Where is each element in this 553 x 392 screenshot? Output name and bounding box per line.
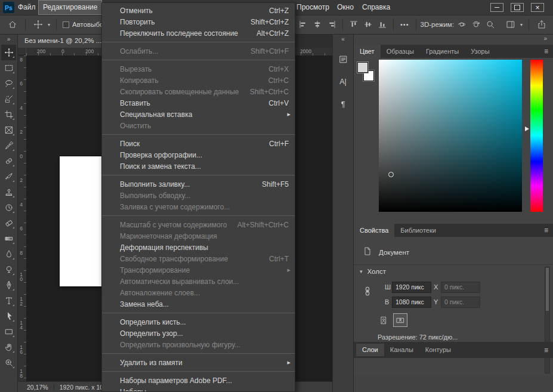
object-selection-tool[interactable]	[1, 91, 16, 107]
menu-item[interactable]: КопироватьCtrl+C	[102, 75, 295, 86]
align-top-icon[interactable]	[347, 18, 360, 31]
more-options-icon[interactable]: •••	[398, 21, 412, 28]
menubar-item-file[interactable]: Файл	[13, 0, 41, 15]
menu-item[interactable]: ПоискCtrl+F	[102, 138, 295, 149]
align-left-icon[interactable]	[296, 18, 310, 31]
document-tab[interactable]: Без имени-1 @ 20,2% ...	[17, 34, 109, 48]
align-bottom-icon[interactable]	[376, 18, 389, 31]
landscape-orientation-button[interactable]	[393, 313, 407, 327]
lasso-tool[interactable]	[1, 76, 16, 91]
menu-item[interactable]: Очистить	[102, 120, 295, 131]
character-panel-icon[interactable]: А|	[335, 73, 351, 90]
tab-контуры[interactable]: Контуры	[419, 344, 457, 356]
clone-stamp-tool[interactable]	[1, 184, 16, 200]
eraser-tool[interactable]	[1, 215, 16, 231]
menu-item[interactable]: Определить произвольную фигуру...	[102, 339, 295, 350]
gradient-tool[interactable]	[1, 231, 16, 246]
link-dimensions-icon[interactable]	[362, 282, 373, 301]
menu-item[interactable]: Автоналожение слоев...	[102, 287, 295, 298]
maximize-button[interactable]	[511, 3, 524, 12]
canvas-height-field[interactable]: 1080 пикс	[392, 297, 431, 308]
tab-свойства[interactable]: Свойства	[354, 224, 394, 237]
crop-tool[interactable]	[1, 107, 16, 122]
tool-preset-chevron-icon[interactable]: ▾	[48, 22, 50, 27]
zoom-tool[interactable]	[1, 355, 16, 371]
shape-tool[interactable]	[1, 324, 16, 339]
3d-orbit-icon[interactable]	[455, 18, 468, 31]
scrollbar-thumb[interactable]	[546, 268, 549, 311]
tab-библиотеки[interactable]: Библиотеки	[394, 224, 442, 237]
workspace-icon[interactable]	[504, 18, 517, 31]
type-tool[interactable]	[1, 293, 16, 308]
menu-item[interactable]: Заливка с учетом содержимого...	[102, 201, 295, 212]
collapse-panels-icon[interactable]: »	[543, 35, 547, 42]
hue-slider[interactable]	[530, 60, 543, 212]
align-center-h-icon[interactable]	[311, 18, 324, 31]
path-select-tool[interactable]	[1, 308, 16, 324]
align-middle-icon[interactable]	[362, 18, 375, 31]
home-icon[interactable]	[6, 18, 19, 31]
hue-slider-marker[interactable]	[525, 126, 529, 131]
menu-item[interactable]: Скопировать совмещенные данныеShift+Ctrl…	[102, 86, 295, 97]
menu-item[interactable]: Марионеточная деформация	[102, 230, 295, 242]
hand-tool[interactable]	[1, 339, 16, 355]
menu-item[interactable]: Специальная вставка▶	[102, 109, 295, 120]
menu-item[interactable]: Ослабить...Shift+Ctrl+F	[102, 45, 295, 57]
tab-образцы[interactable]: Образцы	[381, 45, 420, 58]
tab-каналы[interactable]: Каналы	[384, 344, 419, 356]
current-tool-icon[interactable]	[32, 18, 45, 31]
canvas-section-header[interactable]: ▾ Холст	[360, 268, 386, 275]
tab-слои[interactable]: Слои	[356, 344, 384, 356]
color-field[interactable]	[379, 60, 522, 212]
autoselect-checkbox[interactable]	[63, 21, 69, 28]
menu-item[interactable]: Определить кисть...	[102, 316, 295, 328]
canvas-width-field[interactable]: 1920 пикс	[392, 282, 431, 293]
marquee-tool[interactable]	[1, 60, 16, 76]
expand-tools-icon[interactable]: »	[7, 34, 11, 45]
menubar-item-help[interactable]: Справка	[357, 0, 395, 15]
share-icon[interactable]	[535, 18, 548, 31]
menu-item[interactable]: Наборы параметров Adobe PDF...	[102, 375, 295, 386]
paragraph-panel-icon[interactable]: ¶	[335, 96, 351, 113]
move-tool[interactable]	[1, 45, 16, 60]
align-right-icon[interactable]	[325, 18, 338, 31]
tab-цвет[interactable]: Цвет	[354, 45, 381, 58]
menu-item[interactable]: ВырезатьCtrl+X	[102, 63, 295, 75]
foreground-color-swatch[interactable]	[357, 62, 368, 73]
blur-tool[interactable]	[1, 246, 16, 262]
search-icon[interactable]	[484, 18, 497, 31]
menu-item[interactable]: Свободное трансформированиеCtrl+T	[102, 253, 295, 264]
pen-tool[interactable]	[1, 277, 16, 293]
menubar-item-edit[interactable]: Редактирование	[38, 0, 102, 15]
tab-градиенты[interactable]: Градиенты	[420, 45, 465, 58]
minimize-button[interactable]	[490, 3, 503, 12]
menu-item[interactable]: Наборы...	[102, 386, 295, 392]
eyedropper-tool[interactable]	[1, 138, 16, 153]
tab-узоры[interactable]: Узоры	[465, 45, 495, 58]
menu-item[interactable]: Масштаб с учетом содержимогоAlt+Shift+Ct…	[102, 219, 295, 230]
menu-item[interactable]: ОтменитьCtrl+Z	[102, 5, 295, 16]
brush-settings-panel-icon[interactable]	[335, 51, 351, 67]
menu-item[interactable]: Определить узор...	[102, 328, 295, 339]
history-brush-tool[interactable]	[1, 200, 16, 215]
properties-panel-menu-icon[interactable]: ≡	[544, 226, 548, 234]
menu-item[interactable]: Выполнить обводку...	[102, 190, 295, 201]
menu-item[interactable]: Трансформирование▶	[102, 264, 295, 276]
3d-roll-icon[interactable]	[469, 18, 483, 31]
menu-item[interactable]: Удалить из памяти▶	[102, 357, 295, 368]
menu-item[interactable]: Проверка орфографии...	[102, 149, 295, 160]
brush-tool[interactable]	[1, 169, 16, 184]
menu-item[interactable]: Переключить последнее состояниеAlt+Ctrl+…	[102, 27, 295, 39]
workspace-chevron-icon[interactable]: ▾	[520, 22, 523, 27]
color-panel-menu-icon[interactable]: ≡	[544, 47, 548, 55]
portrait-orientation-button[interactable]	[376, 313, 391, 327]
menubar-item-view[interactable]: Просмотр	[292, 0, 334, 15]
menu-item[interactable]: Выполнить заливку...Shift+F5	[102, 178, 295, 190]
layers-panel-menu-icon[interactable]: ≡	[544, 346, 548, 354]
menu-item[interactable]: ПовторитьShift+Ctrl+Z	[102, 16, 295, 27]
dodge-tool[interactable]	[1, 262, 16, 277]
menu-item[interactable]: ВставитьCtrl+V	[102, 97, 295, 109]
menu-item[interactable]: Деформация перспективы	[102, 242, 295, 253]
menu-item[interactable]: Автоматически выравнивать слои...	[102, 276, 295, 287]
zoom-level[interactable]: 20,17%	[27, 384, 48, 391]
